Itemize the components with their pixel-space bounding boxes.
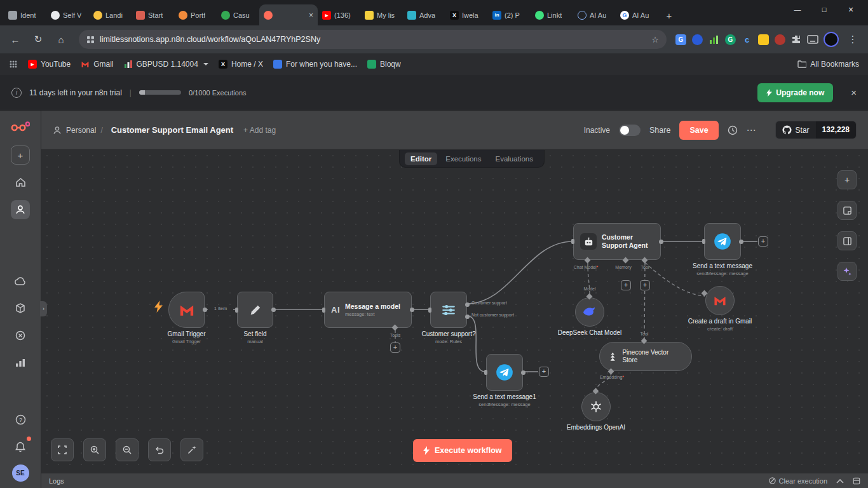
browser-tab[interactable]: Self V — [46, 4, 89, 25]
output-port[interactable] — [739, 240, 743, 244]
browser-profile-avatar[interactable] — [824, 32, 839, 47]
sidebar-item-cloud-admin[interactable] — [11, 271, 30, 290]
red-extension-icon[interactable] — [775, 34, 785, 45]
user-avatar[interactable]: SE — [12, 464, 29, 482]
workflow-canvas[interactable]: Editor Executions Evaluations — [41, 150, 868, 473]
node-customer-support-agent[interactable]: Customer Support Agent — [573, 223, 661, 260]
bookmark-gmail[interactable]: Gmail — [81, 60, 113, 69]
node-send-text-message[interactable]: Send a text message sendMessage: message — [704, 223, 741, 260]
input-port[interactable] — [428, 308, 431, 313]
browser-tab[interactable]: Casu — [217, 4, 259, 25]
browser-tab-active-n8n[interactable]: × — [259, 4, 318, 25]
execute-workflow-button[interactable]: Execute workflow — [413, 439, 512, 462]
output-port-true[interactable] — [465, 302, 470, 307]
expand-panel-icon[interactable] — [853, 477, 860, 485]
node-deepseek-chat-model[interactable]: DeepSeek Chat Model — [575, 297, 604, 327]
node-create-draft-gmail[interactable]: Create a draft in Gmail create: draft — [705, 286, 735, 315]
add-node-button[interactable]: + — [758, 236, 768, 247]
node-gmail-trigger[interactable]: Gmail Trigger Gmail Trigger — [168, 292, 205, 328]
add-workflow-button[interactable]: + — [11, 146, 30, 165]
all-bookmarks[interactable]: All Bookmarks — [797, 60, 859, 69]
browser-tab[interactable]: Landi — [89, 4, 132, 25]
browser-tab[interactable]: G AI Au — [616, 4, 658, 25]
output-port-false[interactable] — [465, 315, 470, 319]
browser-tab[interactable]: Start — [132, 4, 174, 25]
zoom-out-button[interactable] — [116, 438, 139, 461]
workflow-title[interactable]: Customer Support Email Agent — [111, 125, 233, 135]
sidebar-item-templates[interactable] — [11, 299, 30, 318]
node-embeddings-openai[interactable]: Embeddings OpenAI — [581, 392, 611, 421]
c-extension-icon[interactable]: c — [742, 34, 752, 45]
bookmark-youtube[interactable]: ▸ YouTube — [28, 60, 71, 69]
input-port[interactable] — [235, 308, 238, 313]
browser-tab[interactable]: Adva — [403, 4, 445, 25]
input-port[interactable] — [571, 239, 574, 244]
breadcrumb-project[interactable]: Personal — [66, 126, 96, 135]
blue-extension-icon[interactable] — [692, 34, 703, 45]
help-button[interactable]: ? — [11, 410, 30, 429]
share-button[interactable]: Share — [649, 126, 670, 135]
bookmark-x-home[interactable]: X Home / X — [219, 60, 263, 69]
sticky-note-button[interactable] — [837, 201, 857, 220]
upgrade-now-button[interactable]: Upgrade now — [757, 83, 833, 102]
workflow-menu-icon[interactable]: ⋯ — [747, 125, 756, 136]
node-message-a-model[interactable]: AI Message a model message: text — [324, 292, 412, 328]
new-tab-button[interactable]: + — [661, 7, 677, 24]
github-star-widget[interactable]: Star 132,228 — [775, 121, 857, 139]
output-port[interactable] — [659, 240, 663, 244]
node-customer-support-switch[interactable]: Customer support? mode: Rules — [430, 292, 467, 328]
apps-grid-icon[interactable] — [9, 60, 18, 69]
output-port[interactable] — [203, 308, 207, 312]
fit-view-button[interactable] — [51, 438, 74, 461]
extensions-puzzle-icon[interactable] — [791, 34, 801, 44]
add-tool-button[interactable]: + — [640, 280, 650, 290]
bookmark-gbpusd[interactable]: GBPUSD 1.14004 — [124, 60, 208, 69]
browser-tab[interactable]: Ident — [4, 4, 46, 25]
output-port[interactable] — [410, 308, 414, 312]
add-tools-button[interactable]: + — [390, 342, 400, 353]
node-set-field[interactable]: Set field manual — [237, 292, 273, 328]
site-info-icon[interactable] — [86, 36, 95, 44]
ai-assistant-button[interactable] — [837, 262, 857, 281]
add-tag-button[interactable]: + Add tag — [243, 126, 276, 135]
browser-tab[interactable]: in (2) P — [488, 4, 531, 25]
sidebar-item-personal[interactable] — [11, 200, 30, 219]
cast-icon[interactable] — [807, 35, 818, 44]
banner-close-icon[interactable]: × — [851, 87, 857, 98]
tidy-up-button[interactable] — [180, 438, 203, 461]
stats-extension-icon[interactable] — [709, 34, 719, 45]
home-button[interactable]: ⌂ — [52, 30, 70, 48]
history-icon[interactable] — [728, 125, 738, 135]
add-node-panel-button[interactable]: + — [837, 170, 857, 189]
address-bar[interactable]: limitlessnotions.app.n8n.cloud/workflow/… — [79, 30, 667, 49]
input-port[interactable] — [484, 370, 487, 375]
toggle-panel-button[interactable] — [837, 231, 857, 250]
bookmark-for-when[interactable]: For when you have... — [273, 60, 357, 69]
node-pinecone-vector-store[interactable]: Pinecone Vector Store — [599, 342, 692, 371]
maximize-button[interactable]: □ — [811, 0, 837, 19]
active-toggle[interactable] — [619, 125, 641, 136]
browser-tab[interactable]: AI Au — [573, 4, 616, 25]
minimize-button[interactable]: — — [784, 0, 811, 19]
sidebar-item-overview[interactable] — [11, 173, 30, 192]
zoom-in-button[interactable] — [83, 438, 106, 461]
browser-tab[interactable]: Linkt — [531, 4, 573, 25]
notifications-button[interactable] — [11, 437, 30, 456]
grammarly-icon[interactable]: G — [725, 34, 736, 45]
sidebar-item-insights[interactable] — [11, 353, 30, 372]
input-port[interactable] — [702, 239, 705, 244]
reload-button[interactable]: ↻ — [29, 30, 47, 48]
output-port[interactable] — [271, 308, 276, 312]
tab-editor[interactable]: Editor — [405, 152, 437, 165]
undo-button[interactable] — [148, 438, 171, 461]
output-port[interactable] — [521, 370, 526, 375]
add-memory-button[interactable]: + — [621, 280, 631, 290]
back-button[interactable]: ← — [6, 30, 24, 48]
yellow-extension-icon[interactable] — [758, 34, 769, 45]
sidebar-item-variables[interactable] — [11, 326, 30, 345]
translate-icon[interactable]: G — [675, 34, 686, 45]
browser-tab[interactable]: Portf — [174, 4, 217, 25]
browser-tab[interactable]: My lis — [360, 4, 403, 25]
input-port[interactable] — [322, 308, 325, 313]
node-send-text-message1[interactable]: Send a text message1 sendMessage: messag… — [486, 354, 523, 391]
